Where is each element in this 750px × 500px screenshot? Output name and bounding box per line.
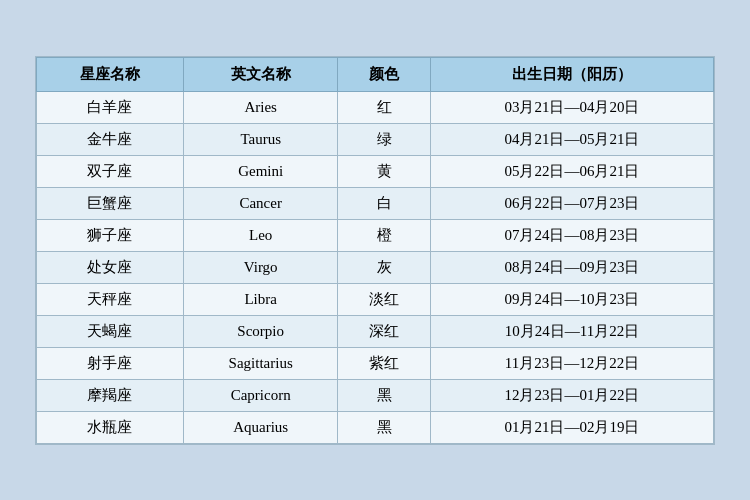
cell-3-2: 白 <box>338 187 431 219</box>
cell-8-1: Sagittarius <box>183 347 338 379</box>
cell-2-2: 黄 <box>338 155 431 187</box>
cell-6-0: 天秤座 <box>37 283 184 315</box>
cell-6-2: 淡红 <box>338 283 431 315</box>
table-row: 天蝎座Scorpio深红10月24日—11月22日 <box>37 315 714 347</box>
cell-4-2: 橙 <box>338 219 431 251</box>
cell-0-2: 红 <box>338 91 431 123</box>
cell-5-0: 处女座 <box>37 251 184 283</box>
cell-1-3: 04月21日—05月21日 <box>430 123 713 155</box>
cell-0-0: 白羊座 <box>37 91 184 123</box>
cell-6-1: Libra <box>183 283 338 315</box>
cell-1-1: Taurus <box>183 123 338 155</box>
cell-10-3: 01月21日—02月19日 <box>430 411 713 443</box>
table-header-row: 星座名称 英文名称 颜色 出生日期（阳历） <box>37 57 714 91</box>
cell-1-0: 金牛座 <box>37 123 184 155</box>
cell-2-1: Gemini <box>183 155 338 187</box>
cell-10-1: Aquarius <box>183 411 338 443</box>
cell-10-2: 黑 <box>338 411 431 443</box>
table-row: 处女座Virgo灰08月24日—09月23日 <box>37 251 714 283</box>
cell-4-1: Leo <box>183 219 338 251</box>
cell-2-3: 05月22日—06月21日 <box>430 155 713 187</box>
table-row: 金牛座Taurus绿04月21日—05月21日 <box>37 123 714 155</box>
cell-7-0: 天蝎座 <box>37 315 184 347</box>
cell-2-0: 双子座 <box>37 155 184 187</box>
table-row: 射手座Sagittarius紫红11月23日—12月22日 <box>37 347 714 379</box>
cell-7-1: Scorpio <box>183 315 338 347</box>
cell-5-3: 08月24日—09月23日 <box>430 251 713 283</box>
table-row: 白羊座Aries红03月21日—04月20日 <box>37 91 714 123</box>
cell-8-0: 射手座 <box>37 347 184 379</box>
table-row: 狮子座Leo橙07月24日—08月23日 <box>37 219 714 251</box>
cell-7-3: 10月24日—11月22日 <box>430 315 713 347</box>
cell-9-3: 12月23日—01月22日 <box>430 379 713 411</box>
cell-0-3: 03月21日—04月20日 <box>430 91 713 123</box>
cell-1-2: 绿 <box>338 123 431 155</box>
cell-10-0: 水瓶座 <box>37 411 184 443</box>
table-row: 双子座Gemini黄05月22日—06月21日 <box>37 155 714 187</box>
cell-8-2: 紫红 <box>338 347 431 379</box>
table-row: 水瓶座Aquarius黑01月21日—02月19日 <box>37 411 714 443</box>
zodiac-table: 星座名称 英文名称 颜色 出生日期（阳历） 白羊座Aries红03月21日—04… <box>36 57 714 444</box>
cell-8-3: 11月23日—12月22日 <box>430 347 713 379</box>
table-row: 天秤座Libra淡红09月24日—10月23日 <box>37 283 714 315</box>
table-row: 巨蟹座Cancer白06月22日—07月23日 <box>37 187 714 219</box>
cell-9-0: 摩羯座 <box>37 379 184 411</box>
cell-9-2: 黑 <box>338 379 431 411</box>
cell-9-1: Capricorn <box>183 379 338 411</box>
cell-6-3: 09月24日—10月23日 <box>430 283 713 315</box>
cell-5-2: 灰 <box>338 251 431 283</box>
header-color: 颜色 <box>338 57 431 91</box>
cell-4-0: 狮子座 <box>37 219 184 251</box>
cell-5-1: Virgo <box>183 251 338 283</box>
header-english-name: 英文名称 <box>183 57 338 91</box>
header-chinese-name: 星座名称 <box>37 57 184 91</box>
cell-4-3: 07月24日—08月23日 <box>430 219 713 251</box>
zodiac-table-container: 星座名称 英文名称 颜色 出生日期（阳历） 白羊座Aries红03月21日—04… <box>35 56 715 445</box>
table-row: 摩羯座Capricorn黑12月23日—01月22日 <box>37 379 714 411</box>
cell-3-3: 06月22日—07月23日 <box>430 187 713 219</box>
cell-3-0: 巨蟹座 <box>37 187 184 219</box>
table-body: 白羊座Aries红03月21日—04月20日金牛座Taurus绿04月21日—0… <box>37 91 714 443</box>
header-birthday: 出生日期（阳历） <box>430 57 713 91</box>
cell-3-1: Cancer <box>183 187 338 219</box>
cell-7-2: 深红 <box>338 315 431 347</box>
cell-0-1: Aries <box>183 91 338 123</box>
